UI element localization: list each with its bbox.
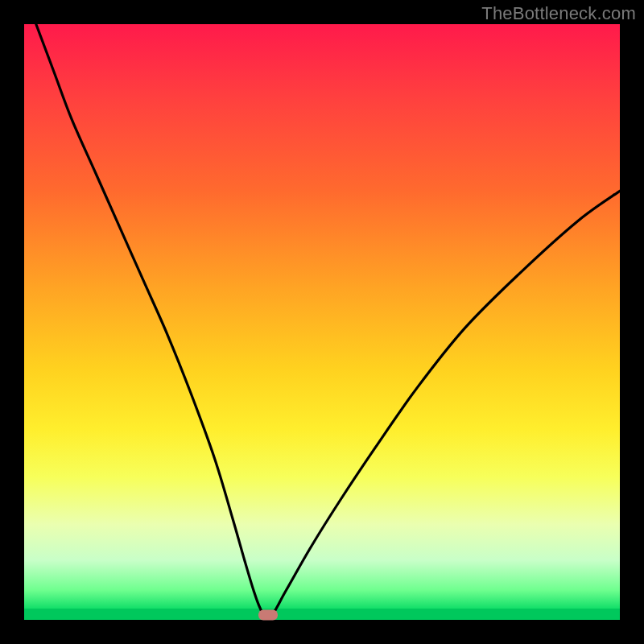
curve-svg xyxy=(24,24,620,620)
watermark-text: TheBottleneck.com xyxy=(481,3,636,24)
chart-frame: TheBottleneck.com xyxy=(0,0,644,644)
minimum-marker xyxy=(258,610,278,621)
bottleneck-curve xyxy=(36,24,620,620)
plot-area xyxy=(24,24,620,620)
